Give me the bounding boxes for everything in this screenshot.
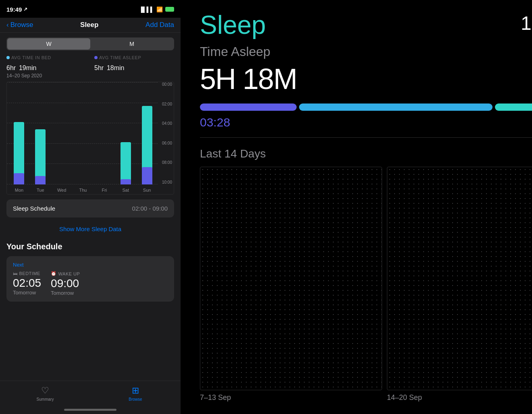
sleep-bar <box>200 104 532 111</box>
sleep-schedule-label: Sleep Schedule <box>13 205 55 212</box>
add-data-button[interactable]: Add Data <box>145 21 174 29</box>
bar-thu <box>74 84 92 184</box>
home-indicator <box>64 409 116 411</box>
divider <box>200 137 532 138</box>
sleep-start-time: 03:28 <box>200 116 230 129</box>
next-label: Next <box>13 262 168 268</box>
your-schedule-title: Your Schedule <box>6 242 174 251</box>
right-panel: Sleep 19:49 Time Asleep 5H 18M 03:28 09:… <box>181 0 532 414</box>
bar-sun <box>138 84 156 184</box>
rp-section-label: Time Asleep <box>200 44 532 59</box>
bar-tue <box>31 84 50 184</box>
status-clock: 19:49 <box>6 6 22 13</box>
period-2-label: 14–20 Sep <box>387 393 532 402</box>
tab-summary-label: Summary <box>37 397 54 402</box>
period-2-bars <box>387 167 532 390</box>
last14-label: Last 14 Days <box>200 147 532 160</box>
sleep-schedule-time: 02:00 - 09:00 <box>132 205 168 212</box>
bar-sat <box>116 84 135 184</box>
segment-monthly[interactable]: M <box>90 38 173 50</box>
your-schedule-section: Your Schedule Next 🛏 BEDTIME 02:05 Tomor… <box>0 236 181 381</box>
alarm-icon: ⏰ <box>51 271 57 276</box>
location-arrow-icon: ↗ <box>23 6 27 12</box>
avg-bed-block: AVG TIME IN BED 6hr 19min 14–20 Sep 2020 <box>6 55 86 79</box>
sleep-schedule-row: Sleep Schedule 02:00 - 09:00 <box>6 199 174 217</box>
wakeup-value: 09:00 <box>51 277 80 290</box>
schedule-times: 🛏 BEDTIME 02:05 Tomorrow ⏰ WAKE UP 09:00… <box>13 271 168 296</box>
avg-asleep-label: AVG TIME ASLEEP <box>94 55 174 60</box>
tab-summary[interactable]: ♡ Summary <box>0 381 90 406</box>
wifi-icon: 📶 <box>156 6 163 12</box>
bar-fri <box>95 84 113 184</box>
nav-bar: ‹ Browse Sleep Add Data <box>0 18 181 33</box>
teal-dot <box>6 56 10 59</box>
segment-weekly[interactable]: W <box>7 38 90 50</box>
bed-icon: 🛏 <box>13 271 18 276</box>
segment-control: W M <box>6 37 174 50</box>
period-2: 14–20 Sep <box>387 167 532 402</box>
schedule-card: Next 🛏 BEDTIME 02:05 Tomorrow ⏰ WAKE UP … <box>6 256 174 302</box>
rp-title: Sleep <box>200 12 266 38</box>
avg-bed-value: 6hr 19min <box>6 61 86 72</box>
status-bar: 19:49 ↗ ▐▌▌▌ 📶 <box>0 0 181 18</box>
avg-asleep-value: 5hr 18min <box>94 61 174 72</box>
battery-icon <box>165 7 174 12</box>
rp-clock: 19:49 <box>521 12 532 34</box>
bedtime-label: 🛏 BEDTIME <box>13 271 41 276</box>
grid-line <box>7 82 158 83</box>
sleep-chart: 00:00 02:00 04:00 06:00 08:00 10:00 <box>6 82 174 195</box>
heart-icon: ♡ <box>41 385 49 396</box>
bar-wed <box>53 84 71 184</box>
left-panel: 19:49 ↗ ▐▌▌▌ 📶 ‹ Browse Sleep Add Data W… <box>0 0 181 414</box>
tab-browse-label: Browse <box>129 397 142 402</box>
chart-bars <box>10 84 156 184</box>
wakeup-item: ⏰ WAKE UP 09:00 Tomorrow <box>51 271 80 296</box>
chart-y-labels: 00:00 02:00 04:00 06:00 08:00 10:00 <box>162 82 172 184</box>
stats-date: 14–20 Sep 2020 <box>6 73 86 79</box>
avg-bed-label: AVG TIME IN BED <box>6 55 86 60</box>
blue-dot <box>94 56 98 59</box>
wakeup-label: ⏰ WAKE UP <box>51 271 80 276</box>
chevron-left-icon: ‹ <box>6 21 9 29</box>
seg-blue <box>299 104 493 111</box>
nav-title: Sleep <box>80 21 98 29</box>
days-chart: 7–13 Sep 14–20 Sep <box>200 167 532 402</box>
tab-browse[interactable]: ⊞ Browse <box>90 381 181 406</box>
avg-asleep-block: AVG TIME ASLEEP 5hr 18min <box>94 55 174 79</box>
seg-purple <box>200 104 297 111</box>
bedtime-item: 🛏 BEDTIME 02:05 Tomorrow <box>13 271 41 296</box>
grid-icon: ⊞ <box>132 385 139 396</box>
rp-big-value: 5H 18M <box>200 62 532 95</box>
period-1-label: 7–13 Sep <box>200 393 382 402</box>
seg-teal <box>495 104 532 111</box>
bar-mon <box>10 84 28 184</box>
back-label: Browse <box>10 21 33 29</box>
bedtime-value: 02:05 <box>13 277 41 290</box>
signal-icon: ▐▌▌▌ <box>139 6 154 12</box>
wakeup-day: Tomorrow <box>51 290 80 296</box>
period-1: 7–13 Sep <box>200 167 382 402</box>
status-time: 19:49 ↗ <box>6 6 27 13</box>
dots-pattern-1 <box>200 167 382 390</box>
show-more-button[interactable]: Show More Sleep Data <box>0 222 181 236</box>
sleep-times: 03:28 09:01 <box>200 116 532 129</box>
back-button[interactable]: ‹ Browse <box>6 21 33 29</box>
period-1-bars <box>200 167 382 390</box>
bedtime-day: Tomorrow <box>13 290 41 296</box>
status-icons: ▐▌▌▌ 📶 <box>139 6 174 12</box>
stats-row: AVG TIME IN BED 6hr 19min 14–20 Sep 2020… <box>0 55 181 82</box>
dots-pattern-2 <box>387 167 532 390</box>
tab-bar: ♡ Summary ⊞ Browse <box>0 381 181 414</box>
chart-x-labels: Mon Tue Wed Thu Fri Sat Sun <box>10 188 156 193</box>
rp-header: Sleep 19:49 <box>200 12 532 38</box>
